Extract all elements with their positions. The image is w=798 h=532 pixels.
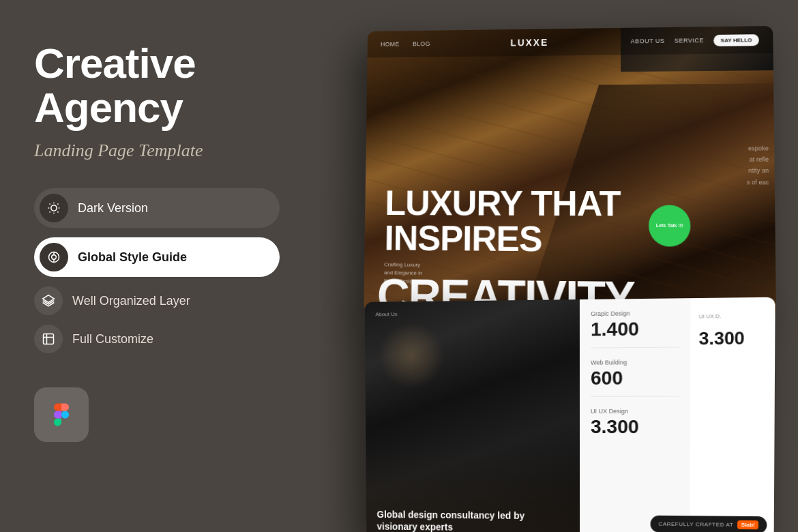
stat-web-building-value: 600 <box>591 368 679 388</box>
stat-graphic-design: Grapic Design 1.400 <box>591 310 679 349</box>
global-style-guide-feature[interactable]: Global Style Guide <box>34 237 280 277</box>
extra-panel-value: 3.300 <box>699 327 767 349</box>
right-bleed-text: espokeat reflentity ans of eac <box>746 143 769 188</box>
svg-point-0 <box>51 205 57 211</box>
hero-heading: LUXURY THAT INSPIRES <box>384 186 620 258</box>
extra-stats-panel: UI UX D. 3.300 <box>690 297 775 532</box>
layers-icon <box>34 286 63 315</box>
crafted-badge: CAREFULLY CRAFTED AT Slab! <box>650 516 767 532</box>
mockup-nav: HOME BLOG LUXXE ABOUT US SERVICE SAY HEL… <box>368 26 773 58</box>
nav-brand: LUXXE <box>510 37 548 48</box>
well-organized-feature: Well Organized Layer <box>34 286 280 315</box>
svg-line-4 <box>57 211 58 212</box>
figma-icon <box>46 400 76 430</box>
stat-web-building-label: Web Building <box>591 359 679 366</box>
nav-cta[interactable]: SAY HELLO <box>713 34 759 46</box>
mockup-top: HOME BLOG LUXXE ABOUT US SERVICE SAY HEL… <box>364 26 776 318</box>
green-cta-label: Lets Talk !!! <box>656 223 683 229</box>
mockup-bottom: About Us Global design consultancy led b… <box>365 297 775 532</box>
stat-uiux: UI UX Design 3.300 <box>591 408 679 445</box>
svg-line-7 <box>50 211 50 212</box>
full-customize-feature: Full Customize <box>34 325 280 353</box>
figma-icon-wrap <box>34 387 89 442</box>
nav-links: HOME BLOG <box>381 40 430 48</box>
green-cta-button[interactable]: Lets Talk !!! <box>649 205 691 246</box>
crafted-text: CAREFULLY CRAFTED AT <box>658 521 733 528</box>
slab-brand: Slab! <box>737 520 758 529</box>
hero-text: LUXURY THAT INSPIRES Crafting Luxuryand … <box>384 186 621 288</box>
left-panel: Creative Agency Landing Page Template Da… <box>34 41 280 442</box>
about-bottom-text: Global design consultancy led byvisionar… <box>376 508 524 532</box>
subtitle: Landing Page Template <box>34 141 280 161</box>
about-label: About Us <box>375 311 397 317</box>
svg-rect-14 <box>44 334 54 344</box>
stats-card: Grapic Design 1.400 Web Building 600 UI … <box>580 298 691 532</box>
crop-icon <box>34 325 63 353</box>
about-section: About Us Global design consultancy led b… <box>365 299 580 532</box>
dark-version-label: Dark Version <box>78 201 148 216</box>
extra-panel-top: UI UX D. <box>699 312 767 319</box>
stat-graphic-design-value: 1.400 <box>591 319 679 340</box>
well-organized-label: Well Organized Layer <box>72 294 190 308</box>
features-list: Dark Version Global Style Guide Well Org… <box>34 188 280 353</box>
global-style-label: Global Style Guide <box>78 250 187 265</box>
nav-about: ABOUT US <box>630 38 664 45</box>
stat-uiux-label: UI UX Design <box>591 408 679 415</box>
about-heading: Global design consultancy led byvisionar… <box>376 508 524 532</box>
svg-line-8 <box>57 204 58 205</box>
hero-subtext: Crafting Luxuryand Elegance inEvery Desi… <box>384 261 621 288</box>
stat-web-building: Web Building 600 <box>591 359 679 397</box>
svg-line-3 <box>50 204 50 205</box>
main-title: Creative Agency <box>34 41 280 130</box>
right-panel: HOME BLOG LUXXE ABOUT US SERVICE SAY HEL… <box>321 0 798 532</box>
nav-service: SERVICE <box>675 37 705 44</box>
full-customize-label: Full Customize <box>72 332 153 346</box>
style-icon <box>40 243 68 271</box>
nav-blog: BLOG <box>413 40 430 47</box>
dark-version-feature[interactable]: Dark Version <box>34 188 280 228</box>
brightness-icon <box>40 194 68 222</box>
stat-uiux-value: 3.300 <box>591 417 679 437</box>
nav-home: HOME <box>381 41 400 48</box>
stat-graphic-design-label: Grapic Design <box>591 310 679 317</box>
svg-point-10 <box>52 255 57 260</box>
